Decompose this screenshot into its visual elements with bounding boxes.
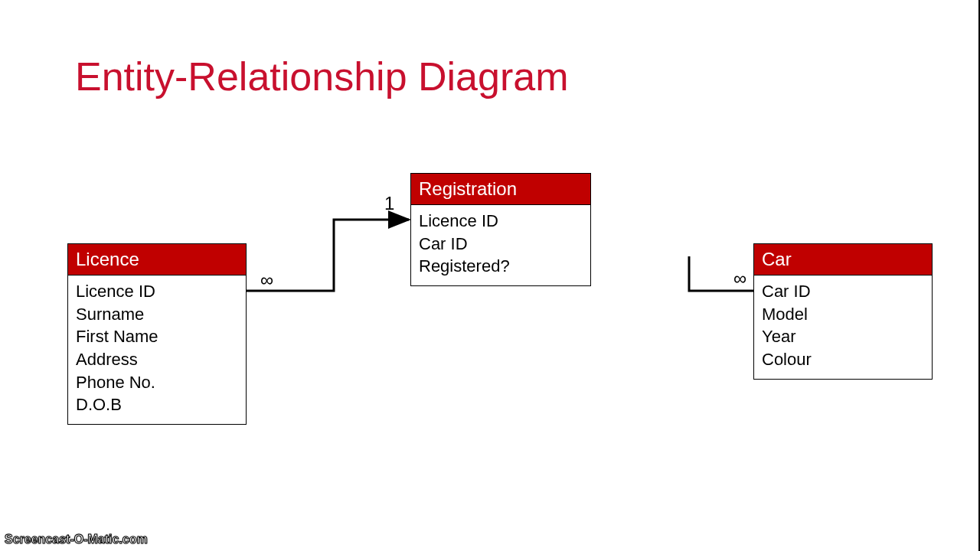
entity-field: Car ID <box>762 280 924 303</box>
entity-car-body: Car ID Model Year Colour <box>754 276 932 379</box>
entity-registration-header: Registration <box>411 174 590 205</box>
entity-field: Phone No. <box>76 371 238 394</box>
entity-field: Colour <box>762 348 924 371</box>
entity-registration: Registration Licence ID Car ID Registere… <box>410 173 591 286</box>
entity-field: Car ID <box>419 233 583 256</box>
entity-licence: Licence Licence ID Surname First Name Ad… <box>67 243 247 425</box>
entity-car: Car Car ID Model Year Colour <box>753 243 933 380</box>
entity-field: Model <box>762 303 924 326</box>
entity-field: First Name <box>76 325 238 348</box>
cardinality-registration: 1 <box>384 193 394 214</box>
entity-registration-body: Licence ID Car ID Registered? <box>411 205 590 285</box>
entity-field: D.O.B <box>76 393 238 416</box>
cardinality-licence: ∞ <box>260 269 273 291</box>
entity-car-header: Car <box>754 244 932 276</box>
page-title: Entity-Relationship Diagram <box>75 54 569 99</box>
entity-field: Registered? <box>419 255 583 278</box>
cardinality-car: ∞ <box>733 268 746 289</box>
entity-field: Surname <box>76 303 238 326</box>
entity-field: Address <box>76 348 238 371</box>
entity-licence-body: Licence ID Surname First Name Address Ph… <box>68 276 246 424</box>
entity-licence-header: Licence <box>68 244 246 276</box>
entity-field: Licence ID <box>76 280 238 303</box>
watermark: Screencast-O-Matic.com <box>5 533 148 546</box>
entity-field: Year <box>762 325 924 348</box>
entity-field: Licence ID <box>419 210 583 233</box>
